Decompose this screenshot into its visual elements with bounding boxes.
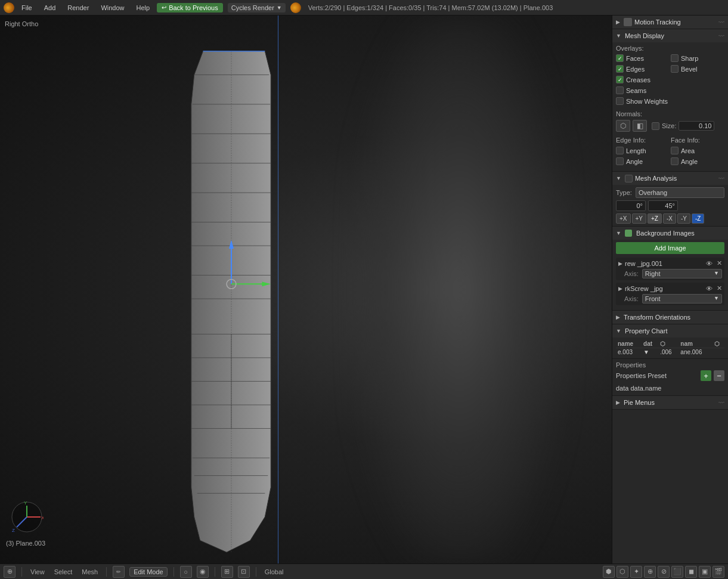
type-row: Type: Overhang bbox=[616, 187, 724, 198]
motion-tracking-header[interactable]: ▶ Motion Tracking 〰 bbox=[612, 16, 728, 29]
axis-nz-btn[interactable]: -Z bbox=[692, 213, 704, 224]
properties-label: Properties bbox=[616, 361, 724, 369]
render-engine-selector[interactable]: Cycles Render ▼ bbox=[228, 3, 286, 13]
bottom-icon-5[interactable]: ⊞ bbox=[221, 566, 233, 578]
bottom-icon-6[interactable]: ⊡ bbox=[238, 566, 250, 578]
background-object bbox=[355, 16, 564, 563]
bottom-icon-r9[interactable]: 🎬 bbox=[712, 566, 724, 578]
bottom-icon-3[interactable]: ○ bbox=[180, 566, 192, 578]
bottom-icon-r1[interactable]: ⬢ bbox=[603, 566, 615, 578]
bottom-icon-r8[interactable]: ▣ bbox=[699, 566, 711, 578]
seams-label: Seams bbox=[626, 87, 646, 94]
angle-edge-checkbox[interactable] bbox=[616, 157, 624, 165]
menu-file[interactable]: File bbox=[19, 3, 35, 13]
view-menu[interactable]: View bbox=[28, 567, 47, 577]
axis-ny-btn[interactable]: -Y bbox=[677, 213, 690, 224]
bottom-icon-r4[interactable]: ⊕ bbox=[644, 566, 656, 578]
bottom-icon-r2[interactable]: ⬡ bbox=[617, 566, 628, 578]
menu-help[interactable]: Help bbox=[134, 3, 153, 13]
axis-px-btn[interactable]: +X bbox=[616, 213, 631, 224]
axis-nx-btn[interactable]: -X bbox=[663, 213, 676, 224]
row1-nam: ane.006 bbox=[679, 348, 712, 357]
bg-image-1-filename: rew _jpg.001 bbox=[625, 260, 704, 267]
bottom-icon-1[interactable]: ⊕ bbox=[4, 566, 16, 578]
back-icon: ↩ bbox=[162, 4, 166, 11]
mesh-display-title: Mesh Display bbox=[625, 32, 716, 39]
bg-image-1-eye[interactable]: 👁 bbox=[706, 260, 712, 267]
axis-py-btn[interactable]: +Y bbox=[632, 213, 647, 224]
menu-bar: File Add Render Window Help bbox=[19, 3, 152, 13]
show-weights-label: Show Weights bbox=[626, 98, 668, 105]
menu-add[interactable]: Add bbox=[42, 3, 58, 13]
add-image-button[interactable]: Add Image bbox=[616, 242, 724, 254]
bottom-icon-r5[interactable]: ⊘ bbox=[658, 566, 670, 578]
bottombar: ⊕ View Select Mesh ✏ Edit Mode ○ ◉ ⊞ ⊡ G… bbox=[0, 563, 728, 579]
length-checkbox[interactable] bbox=[616, 147, 624, 154]
pie-menus-header[interactable]: ▶ Pie Menus 〰 bbox=[612, 396, 728, 409]
mode-selector[interactable]: Edit Mode bbox=[129, 567, 168, 577]
mesh-display-zigzag: 〰 bbox=[718, 33, 724, 39]
normals-face-btn[interactable]: ◧ bbox=[633, 120, 647, 132]
bottom-icon-2[interactable]: ✏ bbox=[113, 566, 125, 578]
prop-preset-remove-btn[interactable]: − bbox=[714, 370, 724, 381]
bg-image-1-axis-dropdown[interactable]: Right ▼ bbox=[642, 269, 722, 278]
angle-face-checkbox[interactable] bbox=[671, 157, 679, 165]
type-dropdown[interactable]: Overhang bbox=[636, 187, 724, 198]
info-checkboxes: Length Area Angle Angle bbox=[616, 147, 724, 167]
sharp-checkbox[interactable] bbox=[671, 54, 679, 62]
area-checkbox[interactable] bbox=[671, 147, 679, 154]
svg-text:Y: Y bbox=[24, 501, 27, 506]
normals-vertex-btn[interactable]: ⬡ bbox=[616, 120, 630, 132]
svg-text:Z: Z bbox=[12, 528, 15, 533]
mesh-menu[interactable]: Mesh bbox=[79, 567, 100, 577]
bg-image-1-arrow[interactable]: ▶ bbox=[618, 261, 622, 267]
edge-face-info: Edge Info: Face Info: Length Area bbox=[616, 137, 724, 167]
creases-checkbox[interactable] bbox=[616, 76, 624, 83]
seams-checkbox[interactable] bbox=[616, 86, 624, 94]
prop-preset-add-btn[interactable]: + bbox=[701, 370, 711, 381]
edges-checkbox[interactable] bbox=[616, 65, 624, 73]
transform-orientations-section: ▶ Transform Orientations bbox=[612, 311, 728, 324]
menu-window[interactable]: Window bbox=[98, 3, 126, 13]
back-to-previous-button[interactable]: ↩ Back to Previous bbox=[157, 3, 223, 13]
bg-image-2-eye[interactable]: 👁 bbox=[706, 285, 712, 292]
normals-cb[interactable] bbox=[652, 122, 659, 130]
angle-max-input[interactable] bbox=[648, 200, 678, 211]
bottom-icon-r3[interactable]: ✦ bbox=[630, 566, 642, 578]
size-input[interactable] bbox=[679, 121, 714, 131]
menu-render[interactable]: Render bbox=[65, 3, 91, 13]
property-chart-header[interactable]: ▼ Property Chart bbox=[612, 324, 728, 338]
angle-face-row: Angle bbox=[671, 157, 724, 165]
bg-image-2-close[interactable]: ✕ bbox=[717, 284, 722, 292]
bg-image-2-arrow[interactable]: ▶ bbox=[618, 286, 622, 292]
angle-min-input[interactable] bbox=[616, 200, 646, 211]
faces-checkbox[interactable] bbox=[616, 54, 624, 62]
bottom-icon-r6[interactable]: ⬛ bbox=[671, 566, 683, 578]
mesh-analysis-header[interactable]: ▼ Mesh Analysis 〰 bbox=[612, 172, 728, 185]
axis-pz-btn[interactable]: +Z bbox=[648, 213, 662, 224]
bottom-icon-r7[interactable]: ◼ bbox=[685, 566, 697, 578]
select-menu[interactable]: Select bbox=[52, 567, 75, 577]
mesh-analysis-enable-cb[interactable] bbox=[625, 175, 633, 182]
bg-image-1-close[interactable]: ✕ bbox=[717, 259, 722, 267]
background-images-enable[interactable] bbox=[625, 230, 632, 237]
mesh-display-header[interactable]: ▼ Mesh Display 〰 bbox=[612, 29, 728, 42]
bg-image-1-header: ▶ rew _jpg.001 👁 ✕ bbox=[618, 259, 722, 267]
global-label[interactable]: Global bbox=[262, 567, 286, 577]
size-label: Size: bbox=[662, 122, 676, 129]
bottom-icon-4[interactable]: ◉ bbox=[197, 566, 209, 578]
show-weights-checkbox[interactable] bbox=[616, 97, 624, 105]
background-images-header[interactable]: ▼ Background Images bbox=[612, 227, 728, 240]
bevel-checkbox[interactable] bbox=[671, 65, 679, 73]
area-row: Area bbox=[671, 147, 724, 154]
bottom-icons-right: ⬢ ⬡ ✦ ⊕ ⊘ ⬛ ◼ ▣ 🎬 bbox=[603, 566, 724, 578]
bg-image-2-axis-dropdown[interactable]: Front ▼ bbox=[642, 294, 722, 304]
transform-orientations-header[interactable]: ▶ Transform Orientations bbox=[612, 311, 728, 324]
bg-image-2-axis-label: Axis: bbox=[624, 295, 639, 302]
row1-dat: ▼ bbox=[642, 348, 658, 357]
mesh-object bbox=[179, 45, 283, 558]
viewport[interactable]: Right Ortho bbox=[0, 16, 612, 563]
bg-image-2-header: ▶ rkScrew _jpg 👁 ✕ bbox=[618, 284, 722, 292]
blender-logo bbox=[290, 2, 301, 13]
main-area: Right Ortho bbox=[0, 16, 728, 563]
